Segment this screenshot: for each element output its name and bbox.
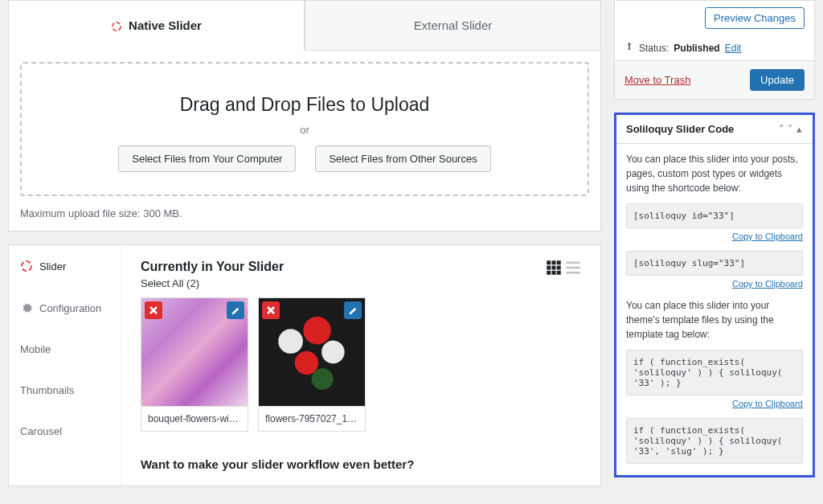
nav-label: Mobile	[20, 343, 51, 355]
publish-box: Preview Changes Status: Published Edit M…	[614, 0, 815, 100]
nav-slider[interactable]: Slider	[9, 245, 121, 287]
svg-rect-9	[552, 271, 556, 275]
svg-rect-13	[566, 272, 580, 274]
svg-rect-11	[566, 262, 580, 264]
slider-code-box: Soliloquy Slider Code ˄ ˅ ▴ You can plac…	[614, 113, 815, 477]
slide-filename: bouquet-flowers-with...	[141, 406, 248, 431]
svg-point-1	[22, 261, 31, 271]
box-controls: ˄ ˅ ▴	[778, 123, 803, 135]
svg-rect-5	[547, 266, 551, 270]
dropzone-or: or	[38, 124, 571, 136]
nav-label: Configuration	[39, 302, 101, 314]
tab-native-slider[interactable]: Native Slider	[8, 0, 305, 51]
delete-slide-button[interactable]	[145, 301, 162, 319]
copy-to-clipboard-link[interactable]: Copy to Clipboard	[626, 399, 803, 408]
delete-slide-button[interactable]	[262, 301, 280, 319]
move-up-icon[interactable]: ˄	[778, 123, 785, 135]
svg-rect-12	[566, 267, 580, 269]
copy-to-clipboard-link[interactable]: Copy to Clipboard	[626, 279, 803, 289]
content-heading: Currently in Your Slider	[141, 260, 284, 274]
status-value: Published	[674, 43, 719, 54]
template-tag-id[interactable]: if ( function_exists( 'soliloquy' ) ) { …	[626, 350, 803, 395]
slider-settings-panel: Slider Configuration Mobile Thumbnails C…	[8, 244, 601, 486]
edit-slide-button[interactable]	[227, 301, 244, 319]
slide-item[interactable]: bouquet-flowers-with...	[141, 297, 248, 432]
svg-rect-10	[557, 271, 561, 275]
view-toggle	[546, 260, 581, 276]
soliloquy-icon	[111, 21, 122, 32]
tab-label: Native Slider	[129, 18, 202, 32]
slide-thumbnails: bouquet-flowers-with... flowers-7957027_…	[141, 297, 581, 432]
preview-changes-button[interactable]: Preview Changes	[705, 7, 805, 29]
nav-mobile[interactable]: Mobile	[9, 329, 121, 370]
upload-panel: Drag and Drop Files to Upload or Select …	[8, 51, 601, 232]
nav-label: Carousel	[20, 425, 62, 437]
grid-view-button[interactable]	[546, 260, 562, 276]
svg-rect-6	[552, 266, 556, 270]
select-files-other-button[interactable]: Select Files from Other Sources	[315, 145, 490, 172]
nav-carousel[interactable]: Carousel	[9, 411, 121, 452]
toggle-icon[interactable]: ▴	[796, 123, 803, 135]
shortcode-slug[interactable]: [soliloquy slug="33"]	[626, 251, 803, 276]
edit-status-link[interactable]: Edit	[725, 43, 742, 54]
svg-rect-3	[552, 260, 556, 264]
tab-label: External Slider	[414, 18, 493, 32]
list-view-button[interactable]	[565, 260, 581, 276]
settings-nav: Slider Configuration Mobile Thumbnails C…	[9, 245, 121, 486]
dropzone-title: Drag and Drop Files to Upload	[38, 94, 571, 116]
pin-icon	[624, 42, 634, 54]
svg-point-0	[113, 23, 121, 31]
copy-to-clipboard-link[interactable]: Copy to Clipboard	[626, 232, 803, 241]
slide-item[interactable]: flowers-7957027_1280	[258, 297, 366, 432]
select-all-link[interactable]: Select All (2)	[141, 277, 199, 289]
code-description: You can place this slider into your post…	[626, 152, 803, 195]
status-label: Status:	[639, 43, 669, 54]
shortcode-id[interactable]: [soliloquy id="33"]	[626, 203, 803, 228]
nav-configuration[interactable]: Configuration	[9, 287, 121, 329]
dropzone[interactable]: Drag and Drop Files to Upload or Select …	[20, 62, 589, 196]
slide-filename: flowers-7957027_1280	[259, 406, 365, 431]
tab-external-slider[interactable]: External Slider	[305, 0, 601, 51]
nav-label: Thumbnails	[20, 384, 74, 396]
soliloquy-icon	[20, 260, 33, 272]
edit-slide-button[interactable]	[344, 301, 362, 319]
move-down-icon[interactable]: ˅	[787, 123, 794, 135]
template-tag-slug[interactable]: if ( function_exists( 'soliloquy' ) ) { …	[626, 418, 803, 464]
svg-rect-4	[557, 260, 561, 264]
svg-rect-8	[547, 271, 551, 275]
upload-size-note: Maximum upload file size: 300 MB.	[20, 207, 589, 219]
nav-thumbnails[interactable]: Thumbnails	[9, 370, 121, 411]
move-to-trash-link[interactable]: Move to Trash	[624, 74, 690, 86]
box-title: Soliloquy Slider Code	[626, 123, 734, 135]
select-files-computer-button[interactable]: Select Files from Your Computer	[118, 145, 296, 172]
code-description: You can place this slider into your them…	[626, 298, 803, 342]
svg-rect-7	[557, 266, 561, 270]
gear-icon	[20, 301, 33, 314]
promo-heading: Want to make your slider workflow even b…	[141, 457, 581, 471]
slider-type-tabs: Native Slider External Slider	[8, 0, 601, 51]
slider-content: Currently in Your Slider Select All (2) …	[121, 245, 600, 486]
nav-label: Slider	[39, 260, 66, 272]
update-button[interactable]: Update	[750, 69, 805, 91]
svg-rect-2	[547, 260, 551, 264]
